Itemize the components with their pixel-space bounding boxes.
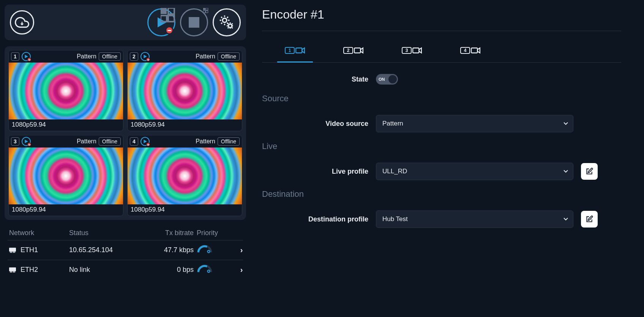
settings-button[interactable]	[213, 8, 241, 36]
encoder-card[interactable]: 3 Pattern Offline 1080p59.94	[8, 135, 123, 216]
divider	[262, 31, 621, 31]
stop-icon	[189, 17, 199, 28]
network-name: ETH2	[21, 266, 38, 274]
svg-rect-14	[14, 251, 15, 253]
state-toggle[interactable]: ON	[376, 74, 398, 85]
edit-icon	[586, 215, 593, 223]
svg-rect-2	[161, 16, 167, 22]
encoder-number: 3	[11, 137, 19, 146]
svg-rect-5	[206, 8, 208, 10]
edit-destination-profile-button[interactable]	[581, 211, 598, 228]
svg-rect-20	[14, 271, 15, 272]
cloud-sync-button[interactable]	[10, 10, 34, 35]
svg-rect-0	[161, 8, 167, 14]
encoder-card[interactable]: 1 Pattern Offline 1080p59.94	[8, 50, 123, 131]
network-tx: 0 bps	[148, 266, 194, 274]
encoder-status: Offline	[99, 52, 121, 61]
svg-rect-23	[354, 48, 360, 53]
gears-icon	[218, 14, 235, 31]
chevron-right-icon: ›	[234, 265, 249, 274]
camera-icon	[412, 46, 422, 55]
svg-rect-6	[203, 11, 205, 13]
encoder-status: Offline	[218, 52, 240, 61]
encoder-number: 1	[11, 52, 19, 61]
ethernet-icon	[9, 267, 16, 273]
gauge-icon	[197, 244, 213, 254]
svg-point-8	[223, 18, 227, 22]
svg-rect-11	[10, 251, 11, 253]
svg-rect-16	[9, 267, 16, 271]
svg-rect-24	[413, 48, 419, 53]
destination-section: Destination	[262, 189, 621, 199]
encoder-preview	[128, 63, 242, 119]
encoder-tab-2[interactable]: 2	[336, 42, 371, 63]
svg-rect-7	[206, 11, 208, 13]
encoder-preview	[9, 63, 123, 119]
destination-profile-select[interactable]: Hub Test	[376, 210, 573, 228]
source-section: Source	[262, 94, 621, 104]
col-network: Network	[9, 229, 66, 237]
svg-point-21	[207, 270, 210, 272]
encoder-number: 2	[130, 52, 138, 61]
encoder-tab-1[interactable]: 1	[277, 42, 313, 63]
encoder-play-button[interactable]	[22, 137, 31, 146]
tab-number: 2	[343, 47, 353, 54]
destination-profile-label: Destination profile	[262, 215, 368, 223]
remove-badge-icon	[146, 58, 150, 61]
svg-rect-17	[10, 271, 11, 272]
chevron-right-icon: ›	[234, 246, 249, 254]
encoder-card[interactable]: 4 Pattern Offline 1080p59.94	[127, 135, 242, 216]
encoder-number: 4	[130, 137, 138, 146]
toolbar	[5, 5, 246, 40]
network-row[interactable]: ETH2 No link 0 bps ›	[8, 260, 243, 279]
col-tx: Tx bitrate	[148, 229, 194, 237]
network-table: Network Status Tx bitrate Priority ETH1 …	[5, 226, 246, 279]
remove-badge-icon	[146, 143, 150, 146]
encoder-status: Offline	[218, 137, 240, 146]
play-all-button[interactable]	[147, 8, 175, 36]
toggle-knob	[388, 75, 397, 83]
state-label: State	[262, 75, 368, 83]
svg-point-15	[207, 250, 210, 253]
encoder-source: Pattern	[77, 53, 96, 60]
encoder-play-button[interactable]	[140, 52, 150, 61]
col-priority: Priority	[197, 229, 231, 237]
svg-rect-1	[168, 8, 174, 14]
video-source-label: Video source	[262, 120, 368, 128]
tab-number: 1	[285, 47, 295, 54]
encoder-tabs: 1 2 3 4	[262, 42, 621, 63]
cloud-icon	[15, 15, 29, 30]
encoder-tab-3[interactable]: 3	[394, 42, 430, 63]
network-row[interactable]: ETH1 10.65.254.104 47.7 kbps ›	[8, 240, 243, 260]
col-status: Status	[69, 229, 145, 237]
encoder-tab-4[interactable]: 4	[453, 42, 488, 63]
network-status: No link	[69, 266, 145, 274]
video-source-select[interactable]: Pattern	[376, 115, 573, 132]
ethernet-icon	[9, 248, 16, 253]
edit-live-profile-button[interactable]	[581, 163, 598, 180]
camera-icon	[295, 46, 305, 55]
encoder-source: Pattern	[196, 138, 215, 145]
grid-marker-icon	[161, 8, 176, 23]
tab-number: 3	[402, 47, 412, 54]
camera-icon	[354, 46, 364, 55]
live-section: Live	[262, 141, 621, 151]
svg-rect-18	[11, 271, 12, 272]
encoder-play-button[interactable]	[140, 137, 150, 146]
encoder-source: Pattern	[77, 138, 96, 145]
encoder-format: 1080p59.94	[9, 119, 123, 131]
edit-icon	[586, 168, 593, 175]
encoder-play-button[interactable]	[22, 52, 31, 61]
camera-icon	[471, 46, 481, 55]
encoder-format: 1080p59.94	[9, 204, 123, 216]
encoder-card[interactable]: 2 Pattern Offline 1080p59.94	[127, 50, 242, 131]
encoder-grid: 1 Pattern Offline 1080p59.94 2 Pattern O…	[5, 46, 246, 220]
network-tx: 47.7 kbps	[148, 246, 194, 254]
live-profile-select[interactable]: ULL_RD	[376, 163, 573, 180]
svg-rect-3	[168, 16, 174, 22]
svg-rect-12	[11, 251, 12, 253]
network-name: ETH1	[21, 246, 38, 254]
stop-all-button[interactable]	[180, 8, 208, 36]
svg-rect-13	[13, 251, 14, 253]
network-status: 10.65.254.104	[69, 246, 145, 254]
